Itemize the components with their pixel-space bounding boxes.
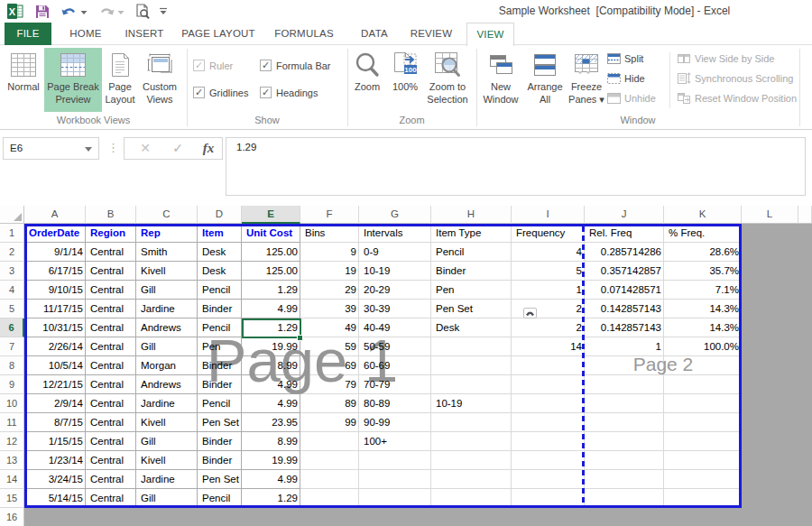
cell-F4[interactable]: 29	[300, 281, 359, 300]
cell-F8[interactable]: 69	[300, 356, 359, 375]
cell-G11[interactable]: 90-99	[359, 413, 431, 432]
cell-D10[interactable]: Pencil	[198, 394, 242, 413]
cell-H5[interactable]: Pen Set	[431, 300, 512, 318]
cell-F9[interactable]: 79	[300, 375, 359, 394]
cell-E9[interactable]: 4.99	[242, 375, 300, 394]
cell-G13[interactable]	[359, 451, 431, 470]
cell-K15[interactable]	[664, 489, 742, 508]
cell-G3[interactable]: 10-19	[359, 262, 431, 281]
cell-K3[interactable]: 35.7%	[664, 262, 742, 281]
cell-B13[interactable]: Central	[86, 451, 136, 470]
cell-K4[interactable]: 7.1%	[664, 281, 742, 300]
tab-data[interactable]: DATA	[354, 23, 395, 45]
cell-B1[interactable]: Region	[86, 224, 136, 243]
cell-G5[interactable]: 30-39	[359, 300, 431, 318]
cell-F14[interactable]	[300, 470, 359, 489]
cell-K14[interactable]	[664, 470, 742, 489]
cell-H12[interactable]	[431, 432, 512, 451]
cell-G7[interactable]: 50-59	[359, 337, 431, 356]
row-header-10[interactable]: 10	[0, 394, 24, 413]
row-header-1[interactable]: 1	[0, 224, 24, 243]
cell-C2[interactable]: Smith	[136, 243, 198, 262]
column-header-D[interactable]: D	[198, 206, 242, 224]
cell-H15[interactable]	[431, 489, 512, 508]
cell-H14[interactable]	[431, 470, 512, 489]
cell-G6[interactable]: 40-49	[359, 318, 431, 337]
cell-I9[interactable]	[512, 375, 585, 394]
cell-K11[interactable]	[664, 413, 742, 432]
cell-I4[interactable]: 1	[512, 281, 585, 300]
cell-H7[interactable]	[431, 337, 512, 356]
row-header-14[interactable]: 14	[0, 470, 24, 489]
cell-B7[interactable]: Central	[86, 337, 136, 356]
cell-H2[interactable]: Pencil	[431, 243, 512, 262]
cell-G14[interactable]	[359, 470, 431, 489]
tab-review[interactable]: REVIEW	[407, 23, 456, 45]
normal-view-button[interactable]: Normal	[4, 48, 43, 112]
cell-J8[interactable]	[585, 356, 664, 375]
zoom-to-selection-button[interactable]: Zoom to Selection	[422, 48, 473, 112]
cell-J1[interactable]: Rel. Freq	[585, 224, 664, 243]
row-header-7[interactable]: 7	[0, 337, 24, 356]
cell-A4[interactable]: 9/10/15	[24, 281, 86, 300]
new-window-button[interactable]: New Window	[478, 48, 523, 112]
row-header-2[interactable]: 2	[0, 243, 24, 262]
cell-C15[interactable]: Gill	[136, 489, 198, 508]
cell-A14[interactable]: 3/24/15	[24, 470, 86, 489]
cell-C11[interactable]: Kivell	[136, 413, 198, 432]
cell-I15[interactable]	[512, 489, 585, 508]
cell-H13[interactable]	[431, 451, 512, 470]
cell-I3[interactable]: 5	[512, 262, 585, 281]
cell-C8[interactable]: Morgan	[136, 356, 198, 375]
cell-K10[interactable]	[664, 394, 742, 413]
column-header-A[interactable]: A	[24, 206, 86, 224]
cell-D1[interactable]: Item	[198, 224, 242, 243]
cell-F3[interactable]: 19	[300, 262, 359, 281]
cell-I12[interactable]	[512, 432, 585, 451]
cell-D6[interactable]: Pencil	[198, 318, 242, 337]
cell-D8[interactable]: Binder	[198, 356, 242, 375]
row-header-11[interactable]: 11	[0, 413, 24, 432]
cell-K12[interactable]	[664, 432, 742, 451]
cell-C6[interactable]: Andrews	[136, 318, 198, 337]
cell-D2[interactable]: Desk	[198, 243, 242, 262]
cell-G4[interactable]: 20-29	[359, 281, 431, 300]
cell-E12[interactable]: 8.99	[242, 432, 300, 451]
column-header-C[interactable]: C	[136, 206, 198, 224]
column-header-E[interactable]: E	[242, 206, 300, 224]
cell-G2[interactable]: 0-9	[359, 243, 431, 262]
cell-J12[interactable]	[585, 432, 664, 451]
cell-H8[interactable]	[431, 356, 512, 375]
cell-E2[interactable]: 125.00	[242, 243, 300, 262]
freeze-panes-button[interactable]: Freeze Panes ▾	[567, 48, 606, 112]
cell-G15[interactable]	[359, 489, 431, 508]
row-header-15[interactable]: 15	[0, 489, 24, 508]
cell-H9[interactable]	[431, 375, 512, 394]
cell-J15[interactable]	[585, 489, 664, 508]
cell-I1[interactable]: Frequency	[512, 224, 585, 243]
cell-H4[interactable]: Pen	[431, 281, 512, 300]
cell-F13[interactable]	[300, 451, 359, 470]
cell-I14[interactable]	[512, 470, 585, 489]
zoom-100-button[interactable]: 100 100%	[388, 48, 422, 112]
cell-A11[interactable]: 8/7/15	[24, 413, 86, 432]
cell-C3[interactable]: Kivell	[136, 262, 198, 281]
cell-I10[interactable]	[512, 394, 585, 413]
cell-I6[interactable]: 2	[512, 318, 585, 337]
row-header-6[interactable]: 6	[0, 318, 24, 337]
cell-D9[interactable]: Binder	[198, 375, 242, 394]
column-header-J[interactable]: J	[585, 206, 664, 224]
cell-C9[interactable]: Andrews	[136, 375, 198, 394]
cell-B2[interactable]: Central	[86, 243, 136, 262]
page-break-dashed-line[interactable]	[582, 226, 585, 505]
cell-B12[interactable]: Central	[86, 432, 136, 451]
cell-A3[interactable]: 6/17/15	[24, 262, 86, 281]
cell-G8[interactable]: 60-69	[359, 356, 431, 375]
cell-D12[interactable]: Binder	[198, 432, 242, 451]
cell-J9[interactable]	[585, 375, 664, 394]
cell-F11[interactable]: 99	[300, 413, 359, 432]
cell-B3[interactable]: Central	[86, 262, 136, 281]
cell-J14[interactable]	[585, 470, 664, 489]
cell-J6[interactable]: 0.142857143	[585, 318, 664, 337]
cell-D4[interactable]: Pencil	[198, 281, 242, 300]
